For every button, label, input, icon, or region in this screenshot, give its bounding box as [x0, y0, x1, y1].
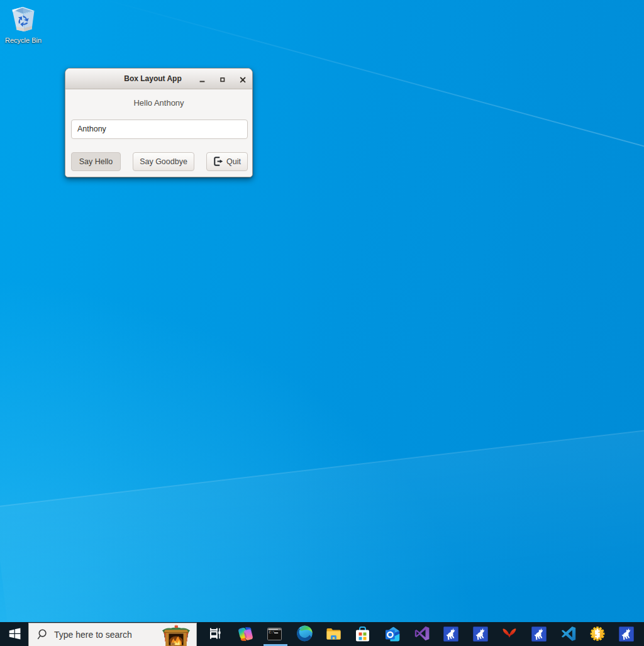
- svg-text:C:\: C:\: [269, 631, 275, 635]
